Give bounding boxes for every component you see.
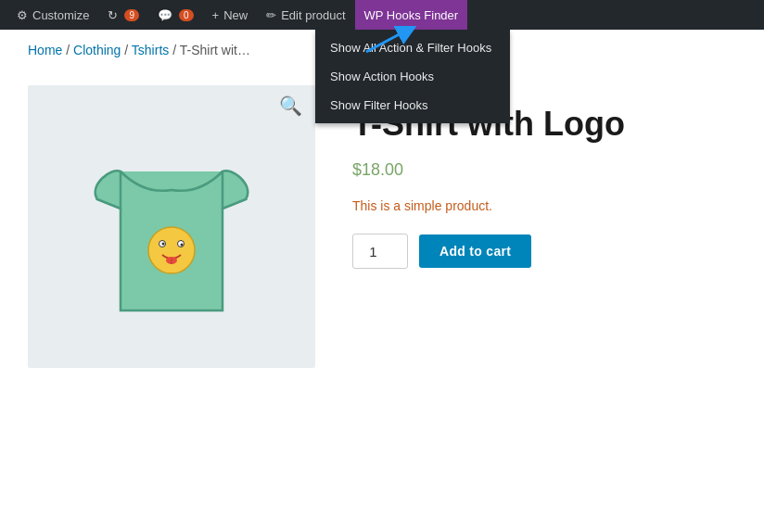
updates-icon: ↻ xyxy=(108,8,118,22)
adminbar-comments[interactable]: 💬 0 xyxy=(148,0,203,30)
dropdown-show-action[interactable]: Show Action Hooks xyxy=(315,62,510,91)
adminbar-edit-product[interactable]: ✏ Edit product xyxy=(257,0,354,30)
dropdown-show-filter[interactable]: Show Filter Hooks xyxy=(315,91,510,120)
svg-point-1 xyxy=(148,227,195,273)
adminbar-wp-hooks-finder[interactable]: WP Hooks Finder xyxy=(355,0,468,30)
adminbar-updates[interactable]: ↻ 9 xyxy=(98,0,148,30)
edit-icon: ✏ xyxy=(266,8,276,22)
product-image xyxy=(70,116,274,338)
zoom-icon[interactable]: 🔍 xyxy=(279,95,302,117)
product-price: $18.00 xyxy=(352,160,736,180)
breadcrumb-clothing[interactable]: Clothing xyxy=(73,43,121,57)
breadcrumb-home[interactable]: Home xyxy=(28,43,62,57)
svg-point-5 xyxy=(181,243,184,246)
adminbar-customize[interactable]: ⚙ Customize xyxy=(7,0,98,30)
adminbar-new[interactable]: + New xyxy=(203,0,258,30)
breadcrumb-current: T-Shirt wit… xyxy=(180,43,250,57)
quantity-input[interactable] xyxy=(352,234,408,269)
admin-bar: ⚙ Customize ↻ 9 💬 0 + New ✏ Edit product… xyxy=(0,0,764,30)
svg-point-4 xyxy=(162,242,165,245)
product-description: This is a simple product. xyxy=(352,198,736,213)
wp-hooks-dropdown: Show All Action & Filter Hooks Show Acti… xyxy=(315,30,510,123)
plus-icon: + xyxy=(212,8,220,22)
add-to-cart-button[interactable]: Add to cart xyxy=(419,234,531,268)
product-qty-add: Add to cart xyxy=(352,234,736,269)
customize-icon: ⚙ xyxy=(17,8,28,22)
product-image-wrap: 🔍 xyxy=(28,85,315,368)
dropdown-show-all[interactable]: Show All Action & Filter Hooks xyxy=(315,33,510,62)
breadcrumb-tshirts[interactable]: Tshirts xyxy=(132,43,169,57)
comments-icon: 💬 xyxy=(158,8,172,22)
